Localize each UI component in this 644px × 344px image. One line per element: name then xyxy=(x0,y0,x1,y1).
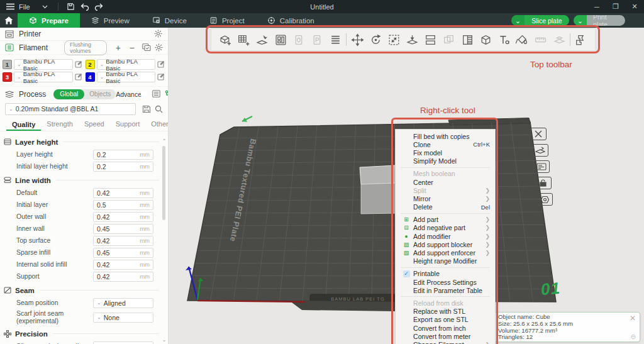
edit-filament-icon[interactable] xyxy=(75,73,83,81)
objects-option[interactable]: Objects xyxy=(84,91,116,97)
scroll-down-icon[interactable]: ⌄ xyxy=(162,337,167,343)
layers-stack-icon[interactable] xyxy=(328,32,343,48)
file-menu[interactable]: File xyxy=(19,3,30,11)
menu-item-fill-bed-with-copies[interactable]: Fill bed with copies xyxy=(396,132,495,140)
filament-color-badge[interactable]: 2 xyxy=(86,60,95,69)
save-icon[interactable] xyxy=(66,2,76,12)
edit-filament-icon[interactable] xyxy=(75,60,83,69)
printer-settings-gear-icon[interactable] xyxy=(154,30,163,38)
param-input[interactable]: 0.42mm xyxy=(93,260,153,270)
menu-item-change-filament[interactable]: Change Filament❯ xyxy=(396,340,495,344)
plate-settings-button[interactable] xyxy=(536,193,553,206)
home-button[interactable] xyxy=(0,13,18,28)
chevron-down-icon[interactable] xyxy=(40,2,50,12)
ams-sync-icon[interactable] xyxy=(142,43,150,52)
param-input[interactable]: 0.2mm xyxy=(93,150,153,160)
filament-color-badge[interactable]: 1 xyxy=(3,60,12,69)
param-tab-strength[interactable]: Strength xyxy=(41,120,79,131)
flushing-volumes-button[interactable]: Flushing volumes xyxy=(64,40,107,55)
place-on-face-icon[interactable] xyxy=(404,32,420,48)
move-icon[interactable] xyxy=(350,32,365,48)
lock-plate-button[interactable] xyxy=(535,177,552,189)
delete-plate-button[interactable] xyxy=(530,128,547,140)
section-header[interactable]: Seam xyxy=(4,284,159,297)
menu-item-replace-with-stl[interactable]: Replace with STL xyxy=(396,308,495,316)
edit-filament-icon[interactable] xyxy=(157,60,165,69)
add-object-icon[interactable] xyxy=(218,32,233,48)
add-plate-icon[interactable] xyxy=(236,32,252,48)
scrollbar-thumb[interactable] xyxy=(162,146,165,220)
remove-filament-button[interactable]: − xyxy=(130,43,135,52)
param-input[interactable]: 0.049mm xyxy=(93,341,153,344)
param-select[interactable]: ⌄None xyxy=(93,313,153,323)
menu-item-center[interactable]: Center xyxy=(396,178,495,186)
filament-color-badge[interactable]: 3 xyxy=(3,72,12,82)
tab-preview[interactable]: Preview xyxy=(80,13,141,28)
section-header[interactable]: Line width xyxy=(4,174,159,187)
mesh-boolean-icon[interactable] xyxy=(478,32,494,48)
param-input[interactable]: 0.2mm xyxy=(93,162,153,172)
arrange-icon[interactable] xyxy=(273,32,289,48)
menu-item-add-part[interactable]: ⊞Add part❯ xyxy=(396,216,495,224)
menu-item-add-negative-part[interactable]: ⊟Add negative part❯ xyxy=(396,224,495,232)
param-input[interactable]: 0.42mm xyxy=(93,236,153,246)
tab-calibration[interactable]: Calibration xyxy=(256,13,326,28)
hamburger-menu-icon[interactable] xyxy=(5,2,15,12)
tab-prepare[interactable]: Prepare xyxy=(18,13,80,28)
print-plate-button[interactable]: ⌄ Print plate xyxy=(574,15,625,26)
tab-device[interactable]: Device xyxy=(141,13,198,28)
info-collapse-icon[interactable]: ⊖ xyxy=(631,335,636,340)
menu-item-edit-in-parameter-table[interactable]: Edit in Parameter Table xyxy=(396,286,495,294)
slice-plate-button[interactable]: ⌄ Slice plate xyxy=(511,15,569,26)
filament-color-badge[interactable]: 4 xyxy=(86,72,95,82)
edit-filament-icon[interactable] xyxy=(157,73,165,81)
text-tool-icon[interactable] xyxy=(496,32,512,48)
menu-item-add-support-enforcer[interactable]: ▧Add support enforcer❯ xyxy=(396,248,495,257)
minimize-button[interactable]: ─ xyxy=(587,0,606,13)
close-button[interactable]: ✕ xyxy=(625,0,644,13)
printer-section-header[interactable]: Printer xyxy=(0,28,168,41)
filament-select[interactable]: ⌄Bambu PLA Basic xyxy=(97,72,156,82)
param-select[interactable]: ⌄Aligned xyxy=(93,298,153,308)
orient-plate-button[interactable] xyxy=(532,144,548,157)
section-header[interactable]: Layer height xyxy=(4,135,159,148)
param-input[interactable]: 0.45mm xyxy=(93,248,153,258)
auto-orient-icon[interactable] xyxy=(254,32,270,48)
tab-project[interactable]: Project xyxy=(198,13,256,28)
global-option[interactable]: Global xyxy=(53,89,84,99)
slice-dropdown-icon[interactable]: ⌄ xyxy=(511,15,525,26)
info-close-icon[interactable]: ✕ xyxy=(630,315,636,321)
scroll-up-icon[interactable]: ⌃ xyxy=(162,138,167,144)
scale-icon[interactable] xyxy=(386,32,402,48)
menu-item-clone[interactable]: CloneCtrl+K xyxy=(396,140,495,148)
param-tab-support[interactable]: Support xyxy=(110,120,146,131)
arrange-plate-button[interactable] xyxy=(533,160,550,173)
save-preset-icon[interactable] xyxy=(142,105,150,113)
menu-item-export-as-one-stl[interactable]: Export as one STL xyxy=(396,316,495,324)
color-paint-icon[interactable] xyxy=(514,32,530,48)
plate-number[interactable]: 01 xyxy=(540,279,562,300)
global-objects-toggle[interactable]: Global Objects xyxy=(53,89,116,99)
undo-icon[interactable] xyxy=(80,2,90,12)
menu-item-mirror[interactable]: Mirror❯ xyxy=(396,194,495,203)
menu-item-printable[interactable]: ✓Printable xyxy=(396,270,495,278)
filament-select[interactable]: ⌄Bambu PLA Basic xyxy=(14,59,73,70)
param-input[interactable]: 0.42mm xyxy=(93,212,153,222)
split-tool-icon[interactable] xyxy=(573,32,589,48)
maximize-button[interactable]: ❐ xyxy=(606,0,625,13)
param-input[interactable]: 0.5mm xyxy=(93,200,153,210)
param-tab-speed[interactable]: Speed xyxy=(79,120,110,131)
rotate-icon[interactable] xyxy=(368,32,384,48)
preset-dropdown[interactable]: ⌄ 0.20mm Standard @BBL A1 xyxy=(5,103,136,115)
menu-item-convert-from-inch[interactable]: Convert from inch xyxy=(396,324,495,332)
add-filament-button[interactable]: + xyxy=(116,43,121,52)
redo-icon[interactable] xyxy=(94,2,104,12)
menu-item-fix-model[interactable]: Fix model xyxy=(396,148,495,157)
menu-item-simplify-model[interactable]: Simplify Model xyxy=(396,157,495,165)
menu-item-height-range-modifier[interactable]: Height range Modifier xyxy=(396,257,495,265)
filament-select[interactable]: ⌄Bambu PLA Basic xyxy=(97,59,156,70)
param-input[interactable]: 0.42mm xyxy=(93,272,153,282)
section-header[interactable]: Precision xyxy=(4,327,159,340)
print-dropdown-icon[interactable]: ⌄ xyxy=(574,15,587,26)
parameter-table-icon[interactable] xyxy=(152,90,160,98)
